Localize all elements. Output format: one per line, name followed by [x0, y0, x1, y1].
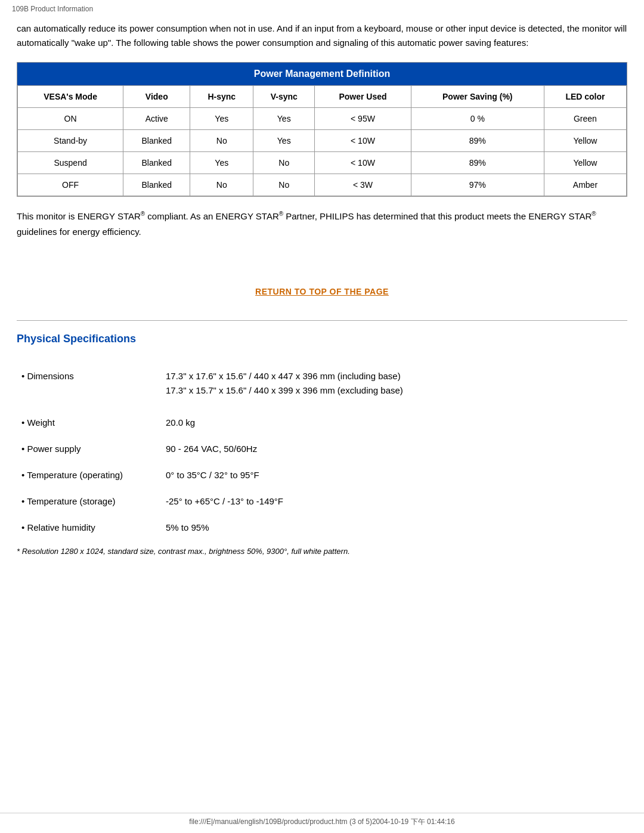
list-item: • Dimensions17.3" x 17.6" x 15.6" / 440 … [17, 363, 627, 404]
col-power-used: Power Used [315, 86, 411, 108]
table-cell: 89% [411, 152, 544, 174]
table-cell: < 3W [315, 174, 411, 196]
table-cell: Yes [253, 108, 315, 130]
spec-label: • Temperature (operating) [17, 462, 154, 488]
list-item: • Temperature (operating)0° to 35°C / 32… [17, 462, 627, 488]
table-cell: Amber [544, 174, 626, 196]
table-row: Stand-byBlankedNoYes< 10W89%Yellow [18, 130, 627, 152]
table-cell: Active [123, 108, 190, 130]
page-header: 109B Product Information [0, 0, 644, 16]
table-cell: < 95W [315, 108, 411, 130]
main-content: can automatically reduce its power consu… [0, 16, 644, 592]
spec-value: 0° to 35°C / 32° to 95°F [154, 462, 627, 488]
col-vsync: V-sync [253, 86, 315, 108]
table-cell: Suspend [18, 152, 123, 174]
table-cell: 0 % [411, 108, 544, 130]
col-led-color: LED color [544, 86, 626, 108]
intro-paragraph: can automatically reduce its power consu… [17, 21, 627, 50]
list-item: • Temperature (storage)-25° to +65°C / -… [17, 488, 627, 515]
table-cell: ON [18, 108, 123, 130]
spec-label: • Relative humidity [17, 515, 154, 541]
spacer-row [17, 404, 627, 410]
col-video: Video [123, 86, 190, 108]
physical-specs-section: Physical Specifications • Dimensions17.3… [17, 333, 627, 556]
table-row: ONActiveYesYes< 95W0 %Green [18, 108, 627, 130]
table-cell: < 10W [315, 152, 411, 174]
table-cell: No [190, 130, 253, 152]
table-cell: Green [544, 108, 626, 130]
spec-value: 5% to 95% [154, 515, 627, 541]
table-cell: Blanked [123, 174, 190, 196]
table-cell: 97% [411, 174, 544, 196]
table-cell: Yes [253, 130, 315, 152]
table-header-row: VESA's Mode Video H-sync V-sync Power Us… [18, 86, 627, 108]
specs-table: • Dimensions17.3" x 17.6" x 15.6" / 440 … [17, 363, 627, 541]
spec-label: • Dimensions [17, 363, 154, 404]
spec-label: • Temperature (storage) [17, 488, 154, 515]
spec-value: -25° to +65°C / -13° to -149°F [154, 488, 627, 515]
return-link-section: RETURN TO TOP OF THE PAGE [17, 257, 627, 314]
physical-specs-title: Physical Specifications [17, 333, 627, 345]
energy-star-text1: This monitor is ENERGY STAR® compliant. … [17, 211, 596, 237]
table-cell: No [253, 152, 315, 174]
power-table-title: Power Management Definition [17, 63, 627, 85]
energy-star-paragraph: This monitor is ENERGY STAR® compliant. … [17, 209, 627, 239]
footer-text: file:///E|/manual/english/109B/product/p… [189, 817, 454, 826]
power-management-table: Power Management Definition VESA's Mode … [17, 62, 627, 197]
table-cell: < 10W [315, 130, 411, 152]
table-cell: Yellow [544, 130, 626, 152]
page-footer: file:///E|/manual/english/109B/product/p… [0, 813, 644, 827]
spec-label: • Weight [17, 410, 154, 436]
table-cell: Blanked [123, 152, 190, 174]
list-item: • Weight20.0 kg [17, 410, 627, 436]
table-cell: Yellow [544, 152, 626, 174]
spec-value: 17.3" x 17.6" x 15.6" / 440 x 447 x 396 … [154, 363, 627, 404]
col-hsync: H-sync [190, 86, 253, 108]
return-to-top-link[interactable]: RETURN TO TOP OF THE PAGE [255, 287, 389, 296]
list-item: • Power supply90 - 264 VAC, 50/60Hz [17, 436, 627, 462]
specs-table-body: • Dimensions17.3" x 17.6" x 15.6" / 440 … [17, 363, 627, 541]
table-cell: Yes [190, 108, 253, 130]
table-cell: OFF [18, 174, 123, 196]
table-cell: Stand-by [18, 130, 123, 152]
section-divider [17, 320, 627, 321]
power-table: VESA's Mode Video H-sync V-sync Power Us… [17, 85, 627, 196]
table-cell: No [190, 174, 253, 196]
table-cell: 89% [411, 130, 544, 152]
power-table-body: ONActiveYesYes< 95W0 %GreenStand-byBlank… [18, 108, 627, 196]
table-cell: Yes [190, 152, 253, 174]
spec-value: 20.0 kg [154, 410, 627, 436]
spec-label: • Power supply [17, 436, 154, 462]
col-power-saving: Power Saving (%) [411, 86, 544, 108]
table-cell: Blanked [123, 130, 190, 152]
header-title: 109B Product Information [12, 5, 93, 13]
col-vesa-mode: VESA's Mode [18, 86, 123, 108]
list-item: • Relative humidity5% to 95% [17, 515, 627, 541]
table-cell: No [253, 174, 315, 196]
table-row: OFFBlankedNoNo< 3W97%Amber [18, 174, 627, 196]
spec-value: 90 - 264 VAC, 50/60Hz [154, 436, 627, 462]
specs-footnote: * Resolution 1280 x 1024, standard size,… [17, 547, 627, 556]
table-row: SuspendBlankedYesNo< 10W89%Yellow [18, 152, 627, 174]
